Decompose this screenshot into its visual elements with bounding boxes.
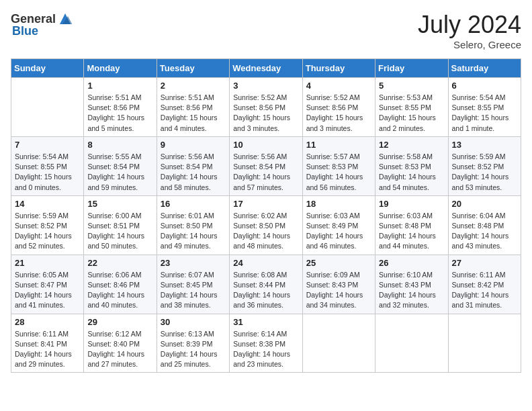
weekday-header: Saturday — [448, 59, 521, 78]
day-info: Sunrise: 5:55 AM Sunset: 8:54 PM Dayligh… — [87, 152, 152, 193]
calendar-cell — [302, 314, 375, 373]
day-number: 25 — [306, 258, 371, 268]
day-info: Sunrise: 6:03 AM Sunset: 8:49 PM Dayligh… — [306, 211, 371, 252]
weekday-header: Thursday — [302, 59, 375, 78]
calendar-cell: 10Sunrise: 5:56 AM Sunset: 8:54 PM Dayli… — [230, 136, 302, 195]
logo-icon — [57, 11, 73, 27]
day-number: 23 — [161, 258, 226, 268]
calendar-cell: 18Sunrise: 6:03 AM Sunset: 8:49 PM Dayli… — [302, 195, 375, 255]
calendar-cell: 14Sunrise: 5:59 AM Sunset: 8:52 PM Dayli… — [11, 195, 84, 255]
day-info: Sunrise: 5:59 AM Sunset: 8:52 PM Dayligh… — [452, 152, 517, 193]
calendar-cell: 29Sunrise: 6:12 AM Sunset: 8:40 PM Dayli… — [84, 314, 157, 373]
day-number: 12 — [379, 140, 444, 150]
day-number: 11 — [306, 140, 371, 150]
day-number: 2 — [161, 81, 226, 91]
day-number: 15 — [87, 199, 152, 209]
day-info: Sunrise: 5:51 AM Sunset: 8:56 PM Dayligh… — [87, 93, 152, 134]
day-info: Sunrise: 6:11 AM Sunset: 8:42 PM Dayligh… — [452, 270, 517, 311]
calendar-cell: 16Sunrise: 6:01 AM Sunset: 8:50 PM Dayli… — [157, 195, 229, 255]
logo-blue: Blue — [12, 24, 38, 38]
day-number: 19 — [379, 199, 444, 209]
day-number: 18 — [306, 199, 371, 209]
logo: General Blue — [11, 11, 73, 38]
calendar-cell: 31Sunrise: 6:14 AM Sunset: 8:38 PM Dayli… — [230, 314, 302, 373]
page-header: General Blue July 2024 Selero, Greece — [11, 11, 521, 50]
calendar-week-row: 7Sunrise: 5:54 AM Sunset: 8:55 PM Daylig… — [11, 136, 521, 195]
day-number: 21 — [15, 258, 80, 268]
calendar-cell: 11Sunrise: 5:57 AM Sunset: 8:53 PM Dayli… — [302, 136, 375, 195]
title-block: July 2024 Selero, Greece — [418, 11, 521, 50]
day-info: Sunrise: 6:01 AM Sunset: 8:50 PM Dayligh… — [161, 211, 226, 252]
calendar-cell: 22Sunrise: 6:06 AM Sunset: 8:46 PM Dayli… — [84, 255, 157, 314]
location: Selero, Greece — [418, 39, 521, 50]
day-number: 5 — [379, 81, 444, 91]
calendar-cell: 17Sunrise: 6:02 AM Sunset: 8:50 PM Dayli… — [230, 195, 302, 255]
calendar-cell: 28Sunrise: 6:11 AM Sunset: 8:41 PM Dayli… — [11, 314, 84, 373]
calendar-cell: 6Sunrise: 5:54 AM Sunset: 8:55 PM Daylig… — [448, 78, 521, 137]
calendar-cell — [375, 314, 448, 373]
day-number: 28 — [15, 317, 80, 327]
calendar-week-row: 21Sunrise: 6:05 AM Sunset: 8:47 PM Dayli… — [11, 255, 521, 314]
calendar-cell: 26Sunrise: 6:10 AM Sunset: 8:43 PM Dayli… — [375, 255, 448, 314]
day-info: Sunrise: 5:52 AM Sunset: 8:56 PM Dayligh… — [306, 93, 371, 134]
calendar-header: SundayMondayTuesdayWednesdayThursdayFrid… — [11, 59, 521, 78]
calendar-cell: 2Sunrise: 5:51 AM Sunset: 8:56 PM Daylig… — [157, 78, 229, 137]
weekday-header: Friday — [375, 59, 448, 78]
day-number: 16 — [161, 199, 226, 209]
weekday-header: Wednesday — [230, 59, 302, 78]
day-number: 8 — [87, 140, 152, 150]
day-info: Sunrise: 6:00 AM Sunset: 8:51 PM Dayligh… — [87, 211, 152, 252]
calendar-body: 1Sunrise: 5:51 AM Sunset: 8:56 PM Daylig… — [11, 78, 521, 373]
calendar-cell — [448, 314, 521, 373]
day-info: Sunrise: 5:56 AM Sunset: 8:54 PM Dayligh… — [233, 152, 298, 193]
calendar-cell — [11, 78, 84, 137]
day-number: 14 — [15, 199, 80, 209]
calendar-cell: 20Sunrise: 6:04 AM Sunset: 8:48 PM Dayli… — [448, 195, 521, 255]
day-number: 6 — [452, 81, 517, 91]
weekday-header: Monday — [84, 59, 157, 78]
calendar-cell: 25Sunrise: 6:09 AM Sunset: 8:43 PM Dayli… — [302, 255, 375, 314]
calendar-cell: 23Sunrise: 6:07 AM Sunset: 8:45 PM Dayli… — [157, 255, 229, 314]
calendar-cell: 1Sunrise: 5:51 AM Sunset: 8:56 PM Daylig… — [84, 78, 157, 137]
calendar-table: SundayMondayTuesdayWednesdayThursdayFrid… — [11, 58, 521, 373]
calendar-cell: 9Sunrise: 5:56 AM Sunset: 8:54 PM Daylig… — [157, 136, 229, 195]
calendar-cell: 24Sunrise: 6:08 AM Sunset: 8:44 PM Dayli… — [230, 255, 302, 314]
day-number: 3 — [233, 81, 298, 91]
calendar-cell: 19Sunrise: 6:03 AM Sunset: 8:48 PM Dayli… — [375, 195, 448, 255]
day-number: 7 — [15, 140, 80, 150]
day-number: 26 — [379, 258, 444, 268]
calendar-week-row: 28Sunrise: 6:11 AM Sunset: 8:41 PM Dayli… — [11, 314, 521, 373]
day-info: Sunrise: 6:03 AM Sunset: 8:48 PM Dayligh… — [379, 211, 444, 252]
calendar-cell: 8Sunrise: 5:55 AM Sunset: 8:54 PM Daylig… — [84, 136, 157, 195]
day-number: 10 — [233, 140, 298, 150]
calendar-cell: 21Sunrise: 6:05 AM Sunset: 8:47 PM Dayli… — [11, 255, 84, 314]
day-number: 24 — [233, 258, 298, 268]
calendar-cell: 27Sunrise: 6:11 AM Sunset: 8:42 PM Dayli… — [448, 255, 521, 314]
day-info: Sunrise: 5:57 AM Sunset: 8:53 PM Dayligh… — [306, 152, 371, 193]
day-number: 20 — [452, 199, 517, 209]
calendar-week-row: 14Sunrise: 5:59 AM Sunset: 8:52 PM Dayli… — [11, 195, 521, 255]
day-info: Sunrise: 5:56 AM Sunset: 8:54 PM Dayligh… — [161, 152, 226, 193]
day-info: Sunrise: 6:07 AM Sunset: 8:45 PM Dayligh… — [161, 270, 226, 311]
calendar-cell: 30Sunrise: 6:13 AM Sunset: 8:39 PM Dayli… — [157, 314, 229, 373]
day-info: Sunrise: 6:05 AM Sunset: 8:47 PM Dayligh… — [15, 270, 80, 311]
day-number: 13 — [452, 140, 517, 150]
day-info: Sunrise: 6:06 AM Sunset: 8:46 PM Dayligh… — [87, 270, 152, 311]
weekday-header: Sunday — [11, 59, 84, 78]
day-number: 27 — [452, 258, 517, 268]
month-year: July 2024 — [418, 11, 521, 39]
day-info: Sunrise: 6:11 AM Sunset: 8:41 PM Dayligh… — [15, 329, 80, 370]
day-info: Sunrise: 6:12 AM Sunset: 8:40 PM Dayligh… — [87, 329, 152, 370]
day-number: 9 — [161, 140, 226, 150]
day-info: Sunrise: 5:58 AM Sunset: 8:53 PM Dayligh… — [379, 152, 444, 193]
day-number: 31 — [233, 317, 298, 327]
calendar-cell: 5Sunrise: 5:53 AM Sunset: 8:55 PM Daylig… — [375, 78, 448, 137]
day-info: Sunrise: 5:54 AM Sunset: 8:55 PM Dayligh… — [15, 152, 80, 193]
calendar-cell: 3Sunrise: 5:52 AM Sunset: 8:56 PM Daylig… — [230, 78, 302, 137]
calendar-cell: 15Sunrise: 6:00 AM Sunset: 8:51 PM Dayli… — [84, 195, 157, 255]
day-info: Sunrise: 5:59 AM Sunset: 8:52 PM Dayligh… — [15, 211, 80, 252]
day-number: 22 — [87, 258, 152, 268]
day-info: Sunrise: 5:52 AM Sunset: 8:56 PM Dayligh… — [233, 93, 298, 134]
day-info: Sunrise: 6:08 AM Sunset: 8:44 PM Dayligh… — [233, 270, 298, 311]
day-info: Sunrise: 6:14 AM Sunset: 8:38 PM Dayligh… — [233, 329, 298, 370]
